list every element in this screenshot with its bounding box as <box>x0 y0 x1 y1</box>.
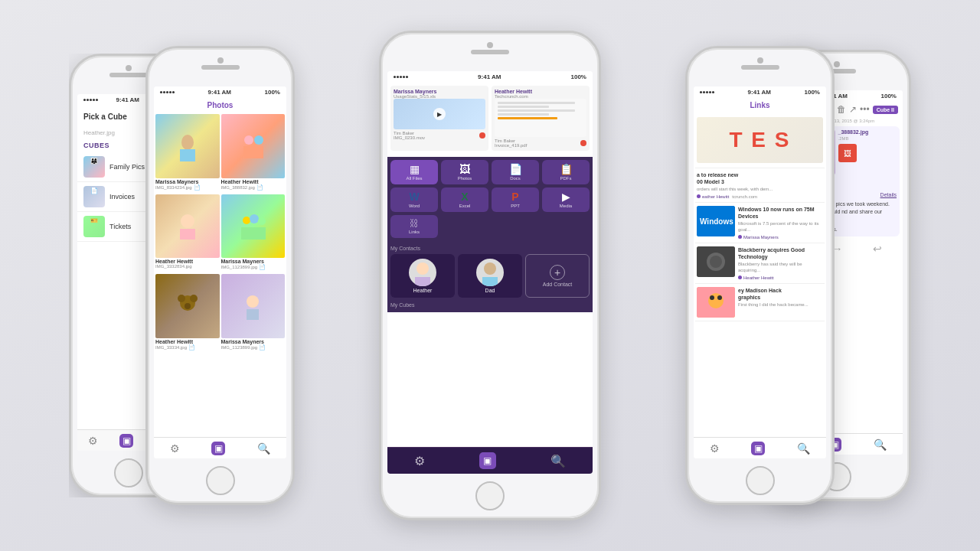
phone-2: 9:41 AM 100% Photos Marissa Mayners IMG_… <box>145 46 295 505</box>
links-button[interactable]: ⛓ Links <box>390 215 438 238</box>
news-image: Windows <box>697 206 735 236</box>
svg-point-27 <box>708 293 724 308</box>
photos-grid: Marissa Mayners IMG_8334234.jpg📄 Heather… <box>154 112 286 354</box>
pdfs-button[interactable]: 📋 PDFs <box>542 160 590 184</box>
settings-icon[interactable]: ⚙ <box>414 454 425 468</box>
svg-rect-16 <box>247 309 259 320</box>
phone-3-speaker <box>471 50 509 54</box>
svg-point-5 <box>181 214 194 228</box>
doc-preview <box>495 99 586 137</box>
settings-icon[interactable]: ⚙ <box>710 442 720 455</box>
svg-point-13 <box>190 295 198 302</box>
settings-icon[interactable]: ⚙ <box>88 435 98 447</box>
list-item[interactable]: Windows Windows 10 now runs on 75M Devic… <box>695 203 825 243</box>
svg-rect-10 <box>241 227 266 240</box>
list-item[interactable]: Marissa Mayners IMG_8334234.jpg📄 <box>155 114 220 193</box>
trash-icon[interactable]: 🗑 <box>837 104 846 115</box>
badge <box>580 140 586 146</box>
list-item[interactable]: Heather Hewitt IMG_33334.jpg📄 <box>155 274 220 353</box>
search-icon[interactable]: 🔍 <box>874 439 887 451</box>
cube-nav-icon[interactable] <box>211 442 225 455</box>
cube-nav-icon[interactable] <box>479 452 496 469</box>
list-item[interactable]: a to release new00 Model 3 orders will s… <box>695 168 825 203</box>
user-card: Heather Hewitt Techcrunch.com Tim Baker … <box>492 86 590 151</box>
list-item[interactable]: Heather Hewitt IMG_3332834.jpg <box>155 194 220 273</box>
add-contact-button[interactable]: + Add Contact <box>525 254 590 298</box>
svg-point-25 <box>710 256 722 268</box>
list-item[interactable]: Marissa Mayners IMG_1123899.jpg📄 <box>221 194 286 273</box>
search-icon[interactable]: 🔍 <box>550 454 566 468</box>
play-button[interactable]: ▶ <box>433 108 446 120</box>
svg-point-9 <box>258 217 266 225</box>
contact-avatar <box>409 259 436 286</box>
list-item[interactable]: Heather Hewitt IMG_388832.jpg📄 <box>221 114 286 193</box>
cube-thumb: 📄 <box>83 186 105 207</box>
svg-point-15 <box>247 295 259 308</box>
phone-3-status-bar: 9:41 AM 100% <box>387 71 593 83</box>
news-image: T E S <box>697 117 823 163</box>
my-contacts-label: My Contacts <box>390 244 590 254</box>
search-icon[interactable]: 🔍 <box>257 442 270 455</box>
phone-4-home-button[interactable] <box>746 466 775 495</box>
add-contact-plus-icon: + <box>550 265 565 280</box>
excel-button[interactable]: X Excel <box>441 187 488 212</box>
svg-point-2 <box>244 135 253 145</box>
cube-thumb: 👨‍👩‍👧 <box>83 156 105 178</box>
badge <box>479 132 485 139</box>
cube-badge[interactable]: Cube II <box>873 106 898 114</box>
cube-thumb: 🎫 <box>83 216 105 237</box>
news-list: T E S a to release new00 Model 3 orders … <box>694 112 826 323</box>
list-item[interactable]: Marissa Mayners IMG_1123899.jpg📄 <box>221 274 286 353</box>
photos-button[interactable]: 🖼 Photos <box>441 160 488 184</box>
contacts-section: My Contacts Heather Dad <box>387 241 593 312</box>
phone-4-status-bar: 9:41 AM 100% <box>694 86 826 98</box>
share-icon[interactable]: ↗ <box>849 104 857 115</box>
phones-container: 9:41 AM 100% Pick a Cube + Heather.jpg C… <box>69 15 911 536</box>
contact-avatar <box>476 259 504 286</box>
phone-1-home-button[interactable] <box>114 458 143 487</box>
media-button[interactable]: ▶ Media <box>542 187 590 212</box>
cube-nav-icon[interactable] <box>119 434 133 448</box>
phone-3-top-section: Marissa Mayners UsageStats_5/15.xls ▶ Ti… <box>387 83 593 157</box>
phone-3-home-button[interactable] <box>475 481 505 510</box>
image-icon: 🖼 <box>838 144 857 162</box>
svg-point-8 <box>250 214 259 223</box>
phone-1-speaker <box>109 73 148 77</box>
svg-rect-20 <box>482 277 498 286</box>
phone-2-nav-title: Photos <box>154 98 286 112</box>
svg-rect-1 <box>180 149 195 161</box>
more-icon[interactable]: ••• <box>860 104 870 115</box>
svg-rect-6 <box>180 229 195 240</box>
svg-point-17 <box>416 262 429 275</box>
contacts-grid: Heather Dad + Add Contact <box>390 254 590 298</box>
phone-4-screen: 9:41 AM 100% Links T E S a to release ne… <box>694 86 826 458</box>
list-item[interactable]: ey Madison Hackgraphics First thing I di… <box>695 284 825 321</box>
svg-point-29 <box>717 295 722 300</box>
reply-icon[interactable]: ↩ <box>873 243 882 255</box>
docs-button[interactable]: 📄 Docs <box>492 160 539 184</box>
phone-3: 9:41 AM 100% Marissa Mayners UsageStats_… <box>379 31 601 520</box>
search-icon[interactable]: 🔍 <box>797 442 810 455</box>
ppt-button[interactable]: P PPT <box>492 187 539 212</box>
phone-2-home-button[interactable] <box>206 466 235 495</box>
preview-thumb: ▶ <box>394 99 485 129</box>
news-image <box>697 246 735 277</box>
contact-dad[interactable]: Dad <box>458 254 522 298</box>
svg-text:Windows: Windows <box>700 217 733 226</box>
list-item[interactable]: T E S <box>695 114 825 168</box>
list-item[interactable]: Blackberry acquires Good Technology Blac… <box>695 243 825 284</box>
word-button[interactable]: W Word <box>390 187 438 212</box>
svg-rect-18 <box>415 277 430 286</box>
phone-4-speaker <box>741 65 779 70</box>
user-card: Marissa Mayners UsageStats_5/15.xls ▶ Ti… <box>390 86 488 151</box>
all-files-button[interactable]: ▦ All Files <box>390 160 438 184</box>
phone-4: 9:41 AM 100% Links T E S a to release ne… <box>685 46 835 505</box>
svg-point-19 <box>484 262 496 275</box>
settings-icon[interactable]: ⚙ <box>170 442 180 455</box>
contact-heather[interactable]: Heather <box>390 254 455 298</box>
phone-2-status-bar: 9:41 AM 100% <box>154 86 286 98</box>
cube-nav-icon[interactable] <box>751 442 765 455</box>
svg-point-12 <box>178 295 185 302</box>
svg-point-28 <box>710 295 714 300</box>
file-type-grid: ▦ All Files 🖼 Photos 📄 Docs 📋 PDFs W <box>387 157 593 241</box>
